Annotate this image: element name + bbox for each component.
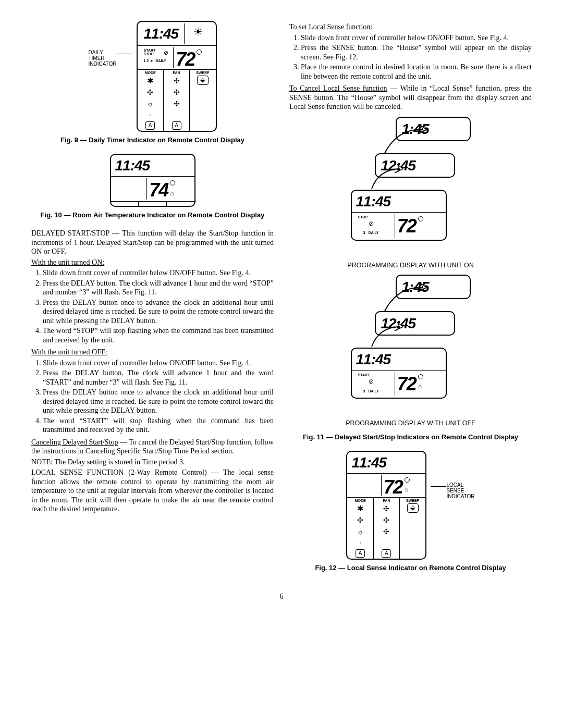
fan-icon: ✣ xyxy=(169,87,184,98)
list-item: Press the SENSE button. The “House” symb… xyxy=(301,43,532,61)
list-item: Slide down front cover of controller bel… xyxy=(43,359,274,368)
fig11a-daily: DAILY xyxy=(368,231,378,235)
list-set-local-sense: Slide down front cover of controller bel… xyxy=(301,33,532,81)
fig9-label-left: DAILY TIMER INDICATOR xyxy=(88,50,116,67)
fig9-mode-header: MODE xyxy=(145,71,156,76)
fig9-fan-header: FAN xyxy=(173,71,180,76)
house-icon: ⌂ xyxy=(418,382,423,390)
fan-icon: ✣ xyxy=(143,87,157,98)
list-item: Press the DELAY button. The clock will a… xyxy=(43,368,274,387)
fig11a-stop-label: STOP xyxy=(358,215,393,219)
house-icon: ⌂ xyxy=(405,486,410,493)
degree-icon xyxy=(418,216,423,221)
fig11b-temp: 72 xyxy=(397,372,416,396)
list-item: Press the DELAY button. The clock will a… xyxy=(43,279,274,297)
figure-11-top: 1:45 12:45 11:45 STOP ⊘ 3 DAILY 72 xyxy=(351,117,471,252)
fan-icon: ✣ xyxy=(379,515,394,526)
list-item: Place the remote control in desired loca… xyxy=(301,63,532,81)
fig10-time: 11:45 xyxy=(115,157,150,174)
snowflake-icon: ✱ xyxy=(143,76,157,87)
auto-a-icon: A xyxy=(356,549,365,558)
figure-9: DAILY TIMER INDICATOR 11:45 ☀ START STOP xyxy=(31,21,274,132)
figure-11-bottom: 1:45 12:45 11:45 START ⊘ 3 DAILY 72 xyxy=(351,275,471,410)
fig12-time: 11:45 xyxy=(351,454,386,471)
fig10-caption: Fig. 10 — Room Air Temperature Indicator… xyxy=(31,211,274,219)
degree-icon xyxy=(197,50,202,55)
fan-icon: ✣ xyxy=(169,76,184,87)
body-para: NOTE: The Delay setting is stored in Tim… xyxy=(31,458,274,467)
body-para: Canceling Delayed Start/Stop — To cancel… xyxy=(31,438,274,456)
clock-icon: ⊘ xyxy=(369,378,374,385)
fig11a-temp: 72 xyxy=(397,214,416,238)
fig11-subcaption-on: PROGRAMMING DISPLAY WITH UNIT ON xyxy=(289,262,532,270)
arrow-icon xyxy=(369,320,411,352)
fig11-caption: Fig. 11 — Delayed Start/Stop Indicators … xyxy=(289,433,532,441)
sun-icon: ☼ xyxy=(353,526,368,538)
degree-icon xyxy=(405,477,410,483)
fig12-label-right: LOCAL SENSE INDICATOR xyxy=(446,482,474,499)
body-para: LOCAL SENSE FUNCTION (2-Way Remote Contr… xyxy=(31,468,274,514)
fig9-sweep-header: SWEEP xyxy=(196,71,209,76)
signal-icon: ☀ xyxy=(193,26,203,38)
fan-icon: ✣ xyxy=(353,515,368,526)
fig12-fan-header: FAN xyxy=(383,499,390,503)
fig11b-daily: DAILY xyxy=(368,389,378,393)
list-item: Press the DELAY button once to advance t… xyxy=(43,298,274,326)
drop-icon: ᛫ xyxy=(143,110,157,121)
fig11b-start-label: START xyxy=(358,373,393,377)
body-para: DELAYED START/STOP — This function will … xyxy=(31,229,274,256)
fig9-nums: 1 2 xyxy=(144,59,149,63)
fig12-temp: 72 xyxy=(384,475,402,499)
fig9-temp: 72 xyxy=(176,47,194,71)
list-on: Slide down front cover of controller bel… xyxy=(43,268,274,344)
auto-a-icon: A xyxy=(145,121,155,130)
fig12-caption: Fig. 12 — Local Sense Indicator on Remot… xyxy=(289,564,532,572)
fig12-sweep-header: SWEEP xyxy=(406,499,419,503)
fig9-caption: Fig. 9 — Daily Timer Indicator on Remote… xyxy=(31,136,274,144)
fig9-time: 11:45 xyxy=(144,26,179,42)
drop-icon: ᛫ xyxy=(353,538,368,549)
fig9-daily-label: DAILY xyxy=(155,59,166,63)
arrow-icon xyxy=(369,163,411,194)
list-item: Slide down front cover of controller bel… xyxy=(43,268,274,278)
fig11b-time: 11:45 xyxy=(356,351,391,367)
list-item: The word “STOP” will stop flashing when … xyxy=(43,326,274,344)
fan-icon: ✣ xyxy=(379,526,394,538)
fan-icon: ✣ xyxy=(379,503,394,515)
house-icon: ⌂ xyxy=(170,190,175,198)
body-para: To Cancel Local Sense function — While i… xyxy=(289,84,532,112)
clock-icon: ⊘ xyxy=(369,220,374,227)
figure-12: 11:45 72 ⌂ MODE ✱ ✣ xyxy=(289,451,532,560)
fan-icon: ✣ xyxy=(169,98,184,110)
list-item: Slide down front cover of controller bel… xyxy=(301,33,532,43)
auto-a-icon: A xyxy=(382,549,391,558)
snowflake-icon: ✱ xyxy=(353,503,368,515)
heading-off: With the unit turned OFF: xyxy=(31,348,274,357)
fig11-subcaption-off: PROGRAMMING DISPLAY WITH UNIT OFF xyxy=(289,419,532,428)
list-off: Slide down front cover of controller bel… xyxy=(43,359,274,435)
figure-10: 11:45 74 ⌂ xyxy=(31,154,274,207)
list-item: Press the DELAY button once to advance t… xyxy=(43,388,274,415)
page-number: 6 xyxy=(31,592,532,601)
fig10-temp: 74 xyxy=(149,178,168,202)
degree-icon xyxy=(170,180,175,186)
auto-a-icon: A xyxy=(172,121,181,130)
heading-on: With the unit turned ON: xyxy=(31,258,274,267)
fig11a-num: 3 xyxy=(363,231,365,235)
fig11a-time: 11:45 xyxy=(356,193,391,209)
degree-icon xyxy=(418,374,423,379)
list-item: The word “START” will stop flashing when… xyxy=(43,416,274,435)
sweep-icon: ⬙ xyxy=(197,76,209,85)
sun-icon: ☼ xyxy=(143,98,157,110)
clock-icon: ⊘ xyxy=(164,50,168,56)
heading-set-local-sense: To set Local Sense function: xyxy=(289,22,532,32)
fig11b-num: 3 xyxy=(363,389,365,393)
arrow-icon xyxy=(382,122,434,158)
arrow-icon xyxy=(382,280,434,316)
sweep-icon: ⬙ xyxy=(407,503,419,513)
fig12-mode-header: MODE xyxy=(355,499,366,503)
